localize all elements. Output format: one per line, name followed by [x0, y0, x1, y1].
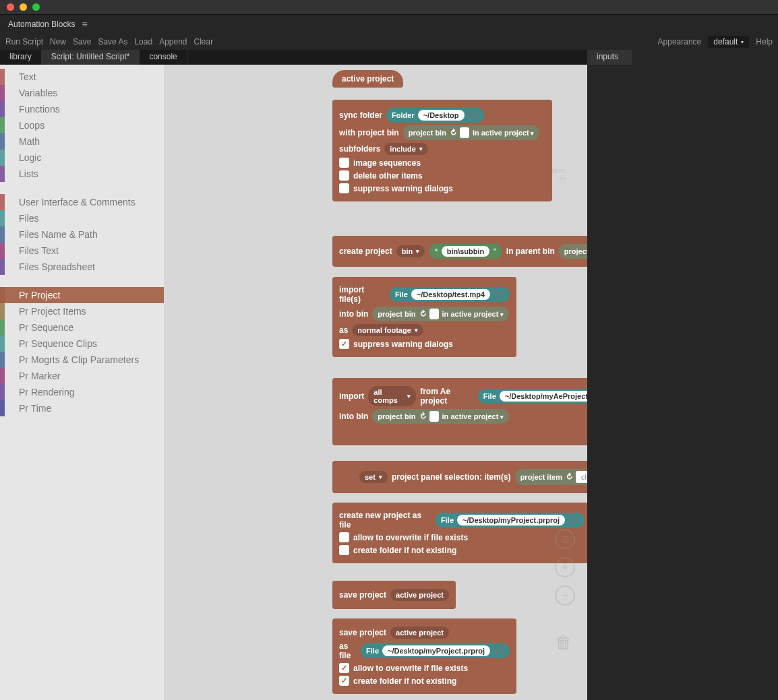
category-color-swatch [0, 368, 5, 384]
category-color-swatch [0, 352, 5, 368]
project-item-pill[interactable]: project item↻ click refresh icon to choo… [515, 469, 587, 485]
category-color-swatch [0, 166, 5, 182]
appearance-button[interactable]: Appearance [658, 37, 702, 46]
sidebar-item-logic[interactable]: Logic [0, 150, 164, 166]
bin-dropdown[interactable]: bin [396, 245, 425, 257]
sidebar-item-label: Functions [19, 104, 60, 115]
sidebar-item-loops[interactable]: Loops [0, 117, 164, 133]
overwrite-checkbox[interactable]: ✓ [339, 663, 349, 673]
blocks-workspace[interactable]: ples. ny open web page▶ TitleDocumentati… [164, 65, 587, 700]
ae-file-pill[interactable]: File ~/Desktop/myAeProject.aep [478, 389, 587, 404]
zoom-out-button[interactable]: − [555, 585, 575, 606]
tab-console[interactable]: console [140, 50, 187, 65]
sidebar-item-pr-mogrts-clip-parameters[interactable]: Pr Mogrts & Clip Parameters [0, 352, 164, 368]
sidebar-item-variables[interactable]: Variables [0, 85, 164, 101]
sidebar-item-label: Loops [19, 120, 44, 131]
image-sequences-checkbox[interactable] [339, 158, 349, 168]
sidebar-item-files[interactable]: Files [0, 210, 164, 226]
sidebar-item-pr-project-items[interactable]: Pr Project Items [0, 303, 164, 319]
sidebar-item-user-interface-comments[interactable]: User Interface & Comments [0, 194, 164, 210]
save-project-as-block[interactable]: save project active project as file File… [332, 618, 516, 694]
tab-script[interactable]: Script: Untitled Script* [42, 50, 140, 65]
save-target-pill[interactable]: active project [390, 589, 449, 601]
refresh-icon[interactable]: ↻ [417, 411, 428, 422]
active-project-block[interactable]: active project [332, 70, 403, 88]
into-bin-pill[interactable]: project bin↻ in active project [372, 307, 509, 321]
load-button[interactable]: Load [134, 37, 152, 46]
refresh-icon[interactable]: ↻ [563, 472, 574, 483]
folder-icon[interactable] [493, 647, 504, 655]
save-as-button[interactable]: Save As [98, 37, 127, 46]
create-new-project-block[interactable]: create new project as file File ~/Deskto… [332, 503, 587, 563]
zoom-in-button[interactable]: + [555, 557, 575, 577]
import-file-block[interactable]: import file(s) File ~/Desktop/test.mp4 i… [332, 277, 516, 357]
maximize-window-button[interactable] [32, 3, 40, 11]
zoom-center-button[interactable]: ⊙ [555, 529, 575, 549]
trash-icon[interactable]: 🗑 [555, 632, 572, 653]
sidebar-item-pr-project[interactable]: Pr Project [0, 287, 164, 303]
append-button[interactable]: Append [159, 37, 187, 46]
tab-inputs[interactable]: inputs [587, 50, 632, 65]
mkdir-checkbox[interactable] [339, 545, 349, 555]
clear-button[interactable]: Clear [194, 37, 214, 46]
overwrite-checkbox[interactable] [339, 532, 349, 542]
subfolders-dropdown[interactable]: include [384, 143, 428, 155]
sidebar-item-lists[interactable]: Lists [0, 166, 164, 182]
all-comps-dropdown[interactable]: all comps [368, 386, 416, 406]
sidebar-item-text[interactable]: Text [0, 69, 164, 85]
inputs-panel [587, 65, 778, 700]
new-button[interactable]: New [50, 37, 66, 46]
category-color-swatch [0, 336, 5, 352]
sidebar-item-files-name-path[interactable]: Files Name & Path [0, 226, 164, 243]
refresh-icon[interactable]: ↻ [417, 309, 428, 320]
parent-bin-pill[interactable]: project bin↻ in active project [559, 244, 587, 259]
category-color-swatch [0, 303, 5, 319]
suppress-dialogs-checkbox[interactable] [339, 183, 349, 193]
text-value-pill[interactable]: “bin\subbin” [429, 244, 502, 259]
sidebar-item-pr-sequence-clips[interactable]: Pr Sequence Clips [0, 336, 164, 352]
help-button[interactable]: Help [756, 37, 773, 46]
set-dropdown[interactable]: set [359, 471, 388, 483]
save-target-pill[interactable]: active project [390, 627, 449, 639]
sidebar-item-label: Pr Mogrts & Clip Parameters [19, 354, 139, 365]
run-script-button[interactable]: Run Script [5, 37, 43, 46]
sidebar-item-files-spreadsheet[interactable]: Files Spreadsheet [0, 259, 164, 275]
file-pill[interactable]: File ~/Desktop/test.mp4 [390, 287, 510, 302]
import-ae-block[interactable]: import all comps from Ae project File ~/… [332, 378, 587, 445]
set-selection-block[interactable]: set project panel selection: item(s) pro… [332, 461, 587, 493]
new-project-file-pill[interactable]: File ~/Desktop/myProject.prproj [436, 513, 585, 528]
sidebar-item-functions[interactable]: Functions [0, 101, 164, 117]
sidebar-item-label: Logic [19, 152, 41, 163]
suppress-checkbox[interactable]: ✓ [339, 339, 349, 349]
import-as-dropdown[interactable]: normal footage [352, 324, 423, 336]
folder-pill[interactable]: Folder ~/Desktop [386, 108, 484, 123]
sidebar-item-label: Pr Sequence [19, 322, 73, 333]
save-file-pill[interactable]: File ~/Desktop/myProject.prproj [361, 643, 510, 658]
panel-title: Automation Blocks [8, 20, 75, 29]
save-project-block[interactable]: save project active project [332, 581, 456, 609]
folder-icon[interactable] [468, 111, 479, 119]
mkdir-checkbox[interactable]: ✓ [339, 676, 349, 686]
ae-into-bin-pill[interactable]: project bin↻ in active project [372, 409, 509, 424]
sidebar-item-pr-rendering[interactable]: Pr Rendering [0, 384, 164, 400]
save-button[interactable]: Save [73, 37, 91, 46]
minimize-window-button[interactable] [20, 3, 27, 11]
sidebar-item-pr-marker[interactable]: Pr Marker [0, 368, 164, 384]
sidebar-item-pr-sequence[interactable]: Pr Sequence [0, 319, 164, 336]
sync-folder-block[interactable]: sync folder Folder ~/Desktop with projec… [332, 100, 552, 201]
panel-menu-icon[interactable]: ≡ [82, 19, 87, 30]
sidebar-item-math[interactable]: Math [0, 133, 164, 150]
sidebar-item-pr-time[interactable]: Pr Time [0, 400, 164, 416]
theme-dropdown[interactable]: default [708, 36, 749, 48]
sidebar-item-label: Pr Project Items [19, 306, 86, 317]
folder-icon[interactable] [568, 516, 579, 524]
refresh-icon[interactable]: ↻ [447, 127, 458, 139]
create-project-bin-block[interactable]: create project bin “bin\subbin” in paren… [332, 236, 587, 267]
sidebar-item-files-text[interactable]: Files Text [0, 243, 164, 259]
delete-items-checkbox[interactable] [339, 170, 349, 181]
tab-library[interactable]: library [0, 50, 42, 65]
folder-icon[interactable] [493, 290, 504, 298]
project-bin-pill[interactable]: project bin↻ in active project [403, 125, 540, 140]
sidebar-item-label: Files Spreadsheet [19, 261, 95, 272]
close-window-button[interactable] [7, 3, 14, 11]
